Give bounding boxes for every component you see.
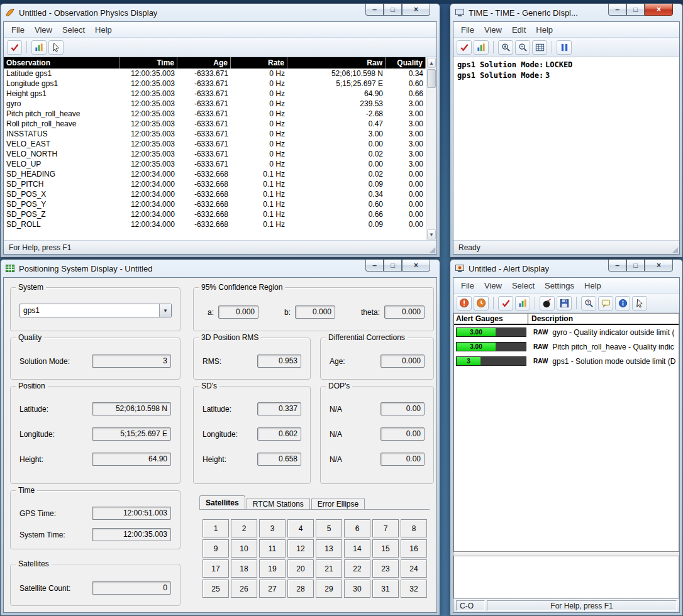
- table-row[interactable]: SD_PITCH 12:00:34.000 -6332.668 0.1 Hz 0…: [4, 179, 426, 189]
- menu-item[interactable]: View: [479, 23, 507, 36]
- table-row[interactable]: Height gps1 12:00:35.003 -6333.671 0 Hz …: [4, 89, 426, 99]
- save-button[interactable]: [557, 296, 572, 311]
- resize-grip[interactable]: ◢: [672, 245, 678, 254]
- table-row[interactable]: VELO_EAST 12:00:35.003 -6333.671 0 Hz 0.…: [4, 139, 426, 149]
- menu-item[interactable]: File: [6, 23, 30, 36]
- maximize-button[interactable]: □: [626, 4, 645, 16]
- satellite-cell[interactable]: 22: [344, 559, 370, 578]
- close-button[interactable]: ×: [402, 260, 430, 272]
- table-row[interactable]: SD_ROLL 12:00:34.000 -6332.668 0.1 Hz 0.…: [4, 219, 426, 229]
- observation-select-button[interactable]: [7, 40, 22, 55]
- satellite-cell[interactable]: 5: [316, 519, 342, 537]
- satellite-cell[interactable]: 25: [203, 580, 229, 598]
- satellite-cell[interactable]: 2: [231, 519, 257, 537]
- satellite-cell[interactable]: 10: [231, 539, 257, 558]
- maximize-button[interactable]: □: [384, 4, 402, 16]
- satellite-cell[interactable]: 14: [344, 539, 370, 558]
- scroll-thumb[interactable]: [427, 69, 436, 88]
- column-header-observation[interactable]: Observation: [4, 57, 119, 69]
- close-button[interactable]: ×: [645, 4, 673, 16]
- alert-row[interactable]: 3.00 RAW Pitch pitch_roll_heave - Qualit…: [454, 339, 679, 354]
- table-row[interactable]: INSSTATUS 12:00:35.003 -6333.671 0 Hz 3.…: [4, 129, 426, 139]
- about-button[interactable]: [615, 296, 630, 311]
- menu-item[interactable]: Help: [579, 279, 606, 292]
- satellite-cell[interactable]: 20: [287, 559, 314, 578]
- alert-row[interactable]: 3.00 RAW gyro - Quality indicator outsid…: [454, 325, 679, 339]
- table-row[interactable]: Pitch pitch_roll_heave 12:00:35.003 -633…: [4, 109, 426, 119]
- satellite-cell[interactable]: 27: [259, 580, 286, 598]
- satellite-cell[interactable]: 29: [316, 580, 342, 598]
- system-select[interactable]: gps1 ▼: [19, 304, 172, 317]
- vertical-scrollbar[interactable]: ▲ ▼: [426, 57, 436, 240]
- zoom-in-button[interactable]: [498, 40, 513, 55]
- satellite-cell[interactable]: 11: [259, 539, 286, 558]
- pause-button[interactable]: [557, 40, 572, 55]
- pointer-tool-button[interactable]: [48, 40, 64, 55]
- menu-item[interactable]: File: [456, 279, 479, 292]
- menu-item[interactable]: Select: [57, 23, 90, 36]
- tab-error-ellipse[interactable]: Error Ellipse: [311, 498, 365, 509]
- zoom-out-button[interactable]: [515, 40, 530, 55]
- menu-item[interactable]: Help: [531, 23, 558, 36]
- satellite-cell[interactable]: 16: [401, 539, 427, 558]
- column-header-time[interactable]: Time: [119, 57, 177, 69]
- satellite-cell[interactable]: 24: [401, 559, 427, 578]
- scroll-down-button[interactable]: ▼: [427, 229, 436, 239]
- chart-display-button[interactable]: [474, 40, 489, 55]
- satellite-cell[interactable]: 21: [316, 559, 342, 578]
- resize-grip[interactable]: ◢: [430, 245, 435, 254]
- satellite-cell[interactable]: 19: [259, 559, 286, 578]
- menu-item[interactable]: File: [456, 23, 479, 36]
- table-row[interactable]: SD_POS_X 12:00:34.000 -6332.668 0.1 Hz 0…: [4, 189, 426, 199]
- satellite-cell[interactable]: 26: [231, 580, 257, 598]
- column-header-quality[interactable]: Quality: [386, 57, 426, 69]
- find-alert-button[interactable]: ?: [581, 296, 596, 311]
- satellite-cell[interactable]: 7: [372, 519, 399, 537]
- satellite-cell[interactable]: 23: [372, 559, 399, 578]
- comment-button[interactable]: [598, 296, 613, 311]
- satellite-cell[interactable]: 30: [344, 580, 370, 598]
- scroll-up-button[interactable]: ▲: [427, 58, 436, 68]
- table-row[interactable]: SD_POS_Z 12:00:34.000 -6332.668 0.1 Hz 0…: [4, 209, 426, 219]
- maximize-button[interactable]: □: [384, 260, 402, 272]
- satellite-cell[interactable]: 15: [372, 539, 399, 558]
- maximize-button[interactable]: □: [626, 260, 645, 272]
- minimize-button[interactable]: –: [365, 4, 384, 16]
- grid-view-button[interactable]: [532, 40, 547, 55]
- close-button[interactable]: ×: [402, 4, 430, 16]
- minimize-button[interactable]: –: [608, 4, 626, 16]
- chart-display-button[interactable]: [31, 40, 47, 55]
- satellite-cell[interactable]: 8: [401, 519, 427, 537]
- table-row[interactable]: SD_HEADING 12:00:34.000 -6332.668 0.1 Hz…: [4, 169, 426, 179]
- menu-item[interactable]: View: [30, 23, 57, 36]
- menu-item[interactable]: Help: [90, 23, 117, 36]
- menu-item[interactable]: Settings: [540, 279, 579, 292]
- table-row[interactable]: Latitude gps1 12:00:35.003 -6333.671 0 H…: [4, 69, 426, 79]
- observation-select-button[interactable]: [498, 296, 513, 311]
- scroll-track[interactable]: [426, 88, 436, 229]
- table-row[interactable]: Roll pitch_roll_heave 12:00:35.003 -6333…: [4, 119, 426, 129]
- close-button[interactable]: ×: [645, 260, 673, 272]
- table-row[interactable]: SD_POS_Y 12:00:34.000 -6332.668 0.1 Hz 0…: [4, 199, 426, 209]
- alarm-button[interactable]: [457, 296, 472, 311]
- menu-item[interactable]: Select: [507, 279, 540, 292]
- table-row[interactable]: VELO_UP 12:00:35.003 -6333.671 0 Hz 0.00…: [4, 159, 426, 169]
- observation-select-button[interactable]: [457, 40, 472, 55]
- table-row[interactable]: gyro 12:00:35.003 -6333.671 0 Hz 239.53 …: [4, 99, 426, 109]
- satellite-cell[interactable]: 9: [203, 539, 229, 558]
- minimize-button[interactable]: –: [365, 260, 384, 272]
- table-row[interactable]: VELO_NORTH 12:00:35.003 -6333.671 0 Hz 0…: [4, 149, 426, 159]
- satellite-cell[interactable]: 17: [203, 559, 229, 578]
- pointer-tool-button[interactable]: [632, 296, 647, 311]
- tab-satellites[interactable]: Satellites: [199, 495, 245, 509]
- satellite-cell[interactable]: 18: [231, 559, 257, 578]
- table-row[interactable]: Longitude gps1 12:00:35.003 -6333.671 0 …: [4, 79, 426, 89]
- satellite-cell[interactable]: 4: [287, 519, 314, 537]
- satellite-cell[interactable]: 13: [316, 539, 342, 558]
- satellite-cell[interactable]: 6: [344, 519, 370, 537]
- column-header-alert-gauges[interactable]: Alert Gauges: [454, 314, 528, 324]
- column-header-rate[interactable]: Rate: [231, 57, 287, 69]
- satellite-cell[interactable]: 12: [287, 539, 314, 558]
- satellite-cell[interactable]: 28: [287, 580, 314, 598]
- alert-history-button[interactable]: [474, 296, 489, 311]
